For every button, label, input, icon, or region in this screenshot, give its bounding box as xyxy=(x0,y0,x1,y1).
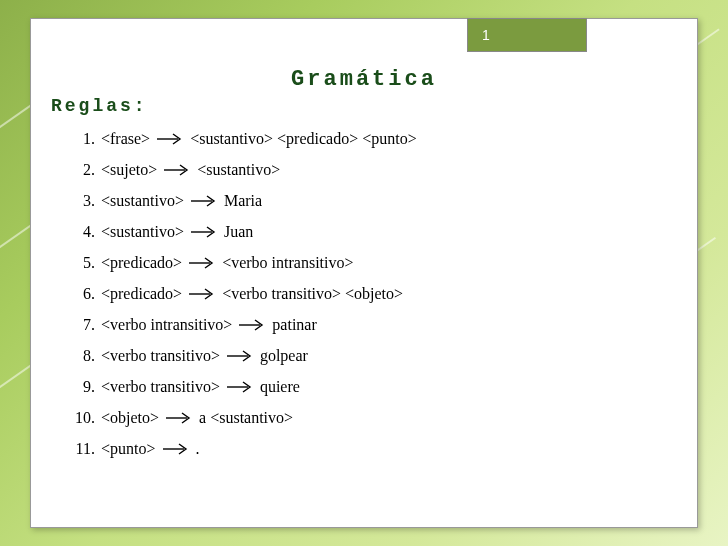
rule-item: 7.<verbo intransitivo>patinar xyxy=(67,316,667,334)
rule-rhs: . xyxy=(196,440,200,458)
arrow-icon xyxy=(190,225,218,239)
page-number: 1 xyxy=(482,27,490,43)
rule-number: 7. xyxy=(67,316,95,334)
rule-rhs: Juan xyxy=(224,223,253,241)
rule-lhs: <punto> xyxy=(101,440,156,458)
rule-number: 8. xyxy=(67,347,95,365)
arrow-icon xyxy=(162,442,190,456)
rule-item: 4.<sustantivo>Juan xyxy=(67,223,667,241)
rule-number: 3. xyxy=(67,192,95,210)
rule-rhs: quiere xyxy=(260,378,300,396)
rule-rhs: <sustantivo> <predicado> <punto> xyxy=(190,130,417,148)
rule-number: 1. xyxy=(67,130,95,148)
rule-lhs: <sustantivo> xyxy=(101,223,184,241)
rule-item: 6.<predicado><verbo transitivo> <objeto> xyxy=(67,285,667,303)
arrow-icon xyxy=(188,256,216,270)
rule-lhs: <verbo transitivo> xyxy=(101,378,220,396)
rule-rhs: patinar xyxy=(272,316,316,334)
rule-lhs: <verbo transitivo> xyxy=(101,347,220,365)
rule-lhs: <sujeto> xyxy=(101,161,157,179)
rule-number: 11. xyxy=(67,440,95,458)
arrow-icon xyxy=(188,287,216,301)
rule-rhs: <verbo transitivo> <objeto> xyxy=(222,285,403,303)
rule-item: 2.<sujeto><sustantivo> xyxy=(67,161,667,179)
rule-item: 9.<verbo transitivo>quiere xyxy=(67,378,667,396)
rule-item: 5.<predicado><verbo intransitivo> xyxy=(67,254,667,272)
rule-lhs: <predicado> xyxy=(101,254,182,272)
rule-number: 10. xyxy=(67,409,95,427)
arrow-icon xyxy=(238,318,266,332)
rule-rhs: golpear xyxy=(260,347,308,365)
page-number-badge: 1 xyxy=(467,18,587,52)
rule-lhs: <verbo intransitivo> xyxy=(101,316,232,334)
rule-rhs: <sustantivo> xyxy=(197,161,280,179)
slide-subtitle: Reglas: xyxy=(51,96,667,116)
rule-number: 6. xyxy=(67,285,95,303)
rule-rhs: a <sustantivo> xyxy=(199,409,293,427)
rule-item: 1.<frase><sustantivo> <predicado> <punto… xyxy=(67,130,667,148)
rule-lhs: <objeto> xyxy=(101,409,159,427)
rule-rhs: Maria xyxy=(224,192,262,210)
arrow-icon xyxy=(163,163,191,177)
rule-number: 2. xyxy=(67,161,95,179)
rule-item: 8.<verbo transitivo>golpear xyxy=(67,347,667,365)
slide-title: Gramática xyxy=(61,67,667,92)
arrow-icon xyxy=(190,194,218,208)
rule-number: 5. xyxy=(67,254,95,272)
rule-number: 4. xyxy=(67,223,95,241)
rule-rhs: <verbo intransitivo> xyxy=(222,254,353,272)
slide-card: 1 Gramática Reglas: 1.<frase><sustantivo… xyxy=(30,18,698,528)
rule-item: 10.<objeto>a <sustantivo> xyxy=(67,409,667,427)
arrow-icon xyxy=(165,411,193,425)
rule-item: 3.<sustantivo>Maria xyxy=(67,192,667,210)
rule-number: 9. xyxy=(67,378,95,396)
rule-lhs: <frase> xyxy=(101,130,150,148)
rule-lhs: <predicado> xyxy=(101,285,182,303)
arrow-icon xyxy=(156,132,184,146)
rule-lhs: <sustantivo> xyxy=(101,192,184,210)
rules-list: 1.<frase><sustantivo> <predicado> <punto… xyxy=(61,130,667,458)
slide-content: Gramática Reglas: 1.<frase><sustantivo> … xyxy=(31,19,697,481)
arrow-icon xyxy=(226,380,254,394)
arrow-icon xyxy=(226,349,254,363)
rule-item: 11.<punto>. xyxy=(67,440,667,458)
